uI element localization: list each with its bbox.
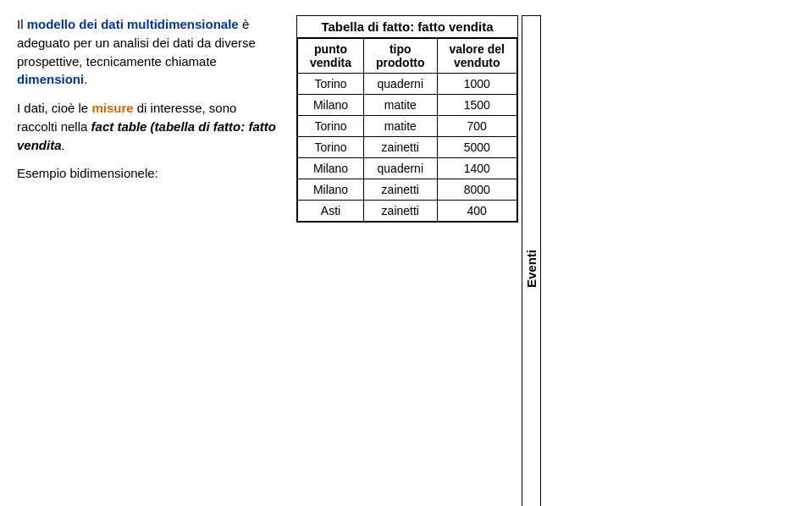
fact-table-cell: 5000 — [437, 137, 516, 158]
fact-table-body: Torinoquaderni1000Milanomatite1500Torino… — [298, 74, 517, 222]
misure-paragraph: I dati, cioè le misure di interesse, son… — [17, 99, 279, 154]
main-layout: Il modello dei dati multidimensionale è … — [17, 15, 795, 506]
fact-table-cell: 1500 — [437, 95, 516, 116]
fact-table-header-row: puntovendita tipoprodotto valore delvend… — [298, 39, 517, 74]
fact-table-row: Milanozainetti8000 — [298, 179, 517, 201]
col-header-punto-vendita: puntovendita — [298, 39, 364, 74]
fact-table-cell: Torino — [298, 74, 364, 95]
fact-table-container: Tabella di fatto: fatto vendita puntoven… — [296, 15, 518, 223]
fact-table-cell: Milano — [298, 158, 364, 179]
fact-table-row: Torinoquaderni1000 — [298, 74, 517, 95]
fact-table-row: Torinomatite700 — [298, 116, 517, 137]
fact-table: puntovendita tipoprodotto valore delvend… — [297, 38, 517, 222]
fact-table-cell: Torino — [298, 116, 364, 137]
fact-table-cell: Asti — [298, 201, 364, 222]
fact-table-cell: matite — [364, 116, 438, 137]
col-header-tipo-prodotto: tipoprodotto — [364, 39, 438, 74]
example-label: Esempio bidimensionele: — [17, 164, 279, 183]
fact-table-cell: quaderni — [364, 74, 438, 95]
fact-table-row: Astizainetti400 — [298, 201, 517, 222]
fact-table-cell: zainetti — [364, 137, 438, 158]
fact-table-row: Milanoquaderni1400 — [298, 158, 517, 179]
fact-table-row: Milanomatite1500 — [298, 95, 517, 116]
fact-table-wrapper: Tabella di fatto: fatto vendita puntoven… — [296, 15, 541, 506]
misure-word: misure — [91, 101, 133, 115]
col-header-valore-venduto: valore delvenduto — [437, 39, 516, 74]
fact-table-cell: Torino — [298, 137, 364, 158]
fact-table-row: Torinozainetti5000 — [298, 137, 517, 158]
bold-intro: modello dei dati multidimensionale — [27, 17, 239, 31]
fact-table-cell: zainetti — [364, 179, 438, 201]
fact-table-cell: 1400 — [437, 158, 516, 179]
fact-table-cell: 400 — [437, 201, 516, 222]
fact-table-cell: Milano — [298, 179, 364, 201]
dimensioni-word: dimensioni — [17, 72, 84, 86]
intro-paragraph: Il modello dei dati multidimensionale è … — [17, 15, 279, 89]
eventi-label: Eventi — [522, 15, 541, 506]
fact-table-cell: 8000 — [437, 179, 516, 201]
fact-table-cell: zainetti — [364, 201, 438, 222]
fact-table-cell: 1000 — [437, 74, 516, 95]
left-text-block: Il modello dei dati multidimensionale è … — [17, 15, 279, 193]
fact-table-cell: 700 — [437, 116, 516, 137]
fact-table-cell: quaderni — [364, 158, 438, 179]
fact-table-cell: matite — [364, 95, 438, 116]
fact-table-title: Tabella di fatto: fatto vendita — [297, 16, 517, 38]
fact-table-cell: Milano — [298, 95, 364, 116]
